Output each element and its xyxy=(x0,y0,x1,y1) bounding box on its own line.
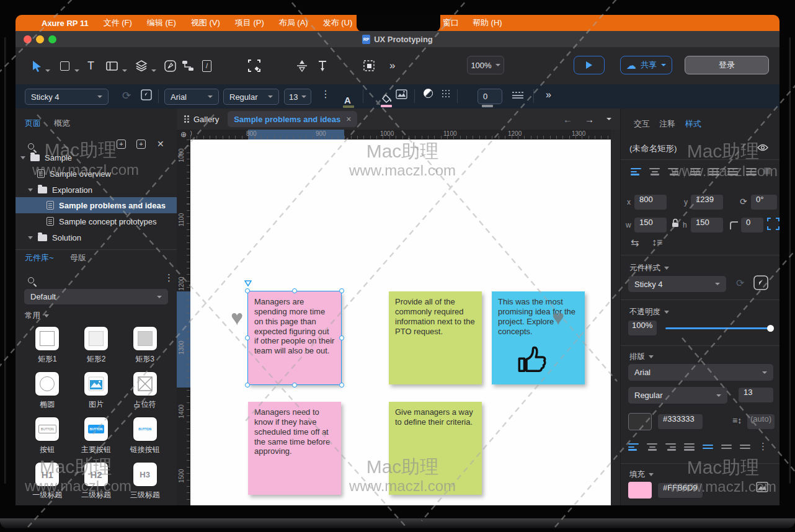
fill-color-icon[interactable] xyxy=(382,94,393,105)
menu-layout[interactable]: 布局 (A) xyxy=(279,17,308,29)
menu-edit[interactable]: 编辑 (E) xyxy=(147,17,176,29)
canvas-tab-active[interactable]: Sample problems and ideas × xyxy=(228,111,357,127)
visibility-eye-icon[interactable] xyxy=(757,143,768,154)
font-family-dropdown[interactable]: Arial xyxy=(164,89,219,105)
text-color-swatch[interactable] xyxy=(628,413,652,430)
menu-publish[interactable]: 发布 (U) xyxy=(323,17,353,29)
selection-name[interactable]: (未命名矩形) xyxy=(629,143,677,154)
tree-item-sample-overview[interactable]: Sample overview xyxy=(16,166,177,182)
pattern-icon[interactable] xyxy=(441,89,451,101)
component-link-button[interactable]: BUTTON链接按钮 xyxy=(120,417,169,457)
component-button[interactable]: BUTTON按钮 xyxy=(23,417,72,457)
format-painter-icon[interactable] xyxy=(141,89,152,102)
component-rectangle3[interactable]: 矩形3 xyxy=(120,327,169,366)
font-size-dropdown[interactable]: 13 xyxy=(284,89,311,105)
text-align-center-icon[interactable] xyxy=(647,443,657,451)
inspector-font-dropdown[interactable]: Arial xyxy=(628,364,773,381)
tab-widget-library[interactable]: 元件库~ xyxy=(25,252,54,264)
resize-handle-nw[interactable] xyxy=(245,288,250,293)
resize-handle-w[interactable] xyxy=(245,335,250,340)
inspector-weight-dropdown[interactable]: Regular xyxy=(628,387,727,404)
line-style-icon[interactable] xyxy=(512,90,524,100)
align-left-icon[interactable] xyxy=(631,168,641,175)
component-rectangle1[interactable]: 矩形1 xyxy=(23,327,72,366)
distribute-horizontal-icon[interactable] xyxy=(746,168,757,175)
tab-masters[interactable]: 母版 xyxy=(70,252,86,264)
tab-style[interactable]: 样式 xyxy=(685,118,701,130)
h-input[interactable]: 150 xyxy=(691,218,723,233)
expand-arrow-icon[interactable] xyxy=(20,156,25,159)
resize-handle-se[interactable] xyxy=(339,383,344,388)
snapshot-tool-icon[interactable]: / xyxy=(202,58,211,73)
tree-item-exploration[interactable]: Exploration xyxy=(16,182,177,198)
resize-handle-sw[interactable] xyxy=(245,383,250,388)
sticky-note-managers-spending[interactable]: Managers are spending more time on this … xyxy=(248,291,341,384)
resize-handle-e[interactable] xyxy=(339,335,344,340)
layers-tool-caret[interactable] xyxy=(151,63,156,78)
minimize-window-button[interactable] xyxy=(36,35,44,43)
component-h1[interactable]: H1一级标题 xyxy=(23,463,72,502)
marquee-select-icon[interactable] xyxy=(248,58,260,73)
padding-horizontal-icon[interactable]: ⇆ xyxy=(631,237,639,249)
text-tool-icon[interactable]: T xyxy=(87,58,94,73)
library-select-dropdown[interactable]: Default xyxy=(24,289,168,304)
menu-project[interactable]: 项目 (P) xyxy=(235,17,264,29)
component-image[interactable]: 图片 xyxy=(72,372,121,412)
menu-file[interactable]: 文件 (F) xyxy=(104,17,132,29)
align-center-icon[interactable] xyxy=(649,168,660,175)
text-align-left-icon[interactable] xyxy=(628,443,639,451)
share-button[interactable]: ☁↑ 共享 xyxy=(620,56,672,74)
font-weight-dropdown[interactable]: Regular xyxy=(223,89,279,105)
sticky-note-promising-idea[interactable]: This was the most promising idea for the… xyxy=(492,291,585,384)
grid-settings-icon[interactable]: ▦ xyxy=(763,166,771,175)
widget-style-section-header[interactable]: 元件样式 xyxy=(629,263,669,273)
sticky-note-managers-need[interactable]: Managers need to know if they have sched… xyxy=(248,402,341,495)
rectangle-tool-icon[interactable] xyxy=(60,58,69,73)
close-window-button[interactable] xyxy=(24,35,32,43)
flip-vertical-icon[interactable] xyxy=(296,58,308,73)
tree-item-sample-problems-selected[interactable]: Sample problems and ideas xyxy=(16,197,177,213)
expand-arrow-icon[interactable] xyxy=(28,188,33,192)
tab-notes[interactable]: 注释 xyxy=(659,118,675,130)
sticky-note-give-managers[interactable]: Give managers a way to define their crit… xyxy=(389,402,482,495)
stylebar-more-icon[interactable]: » xyxy=(546,89,551,100)
image-fill-icon[interactable] xyxy=(396,89,407,101)
component-rectangle2[interactable]: 矩形2 xyxy=(72,327,121,366)
line-spacing-icon[interactable]: ↕≡ xyxy=(652,237,662,248)
text-align-right-icon[interactable] xyxy=(665,443,676,451)
resize-handle-s[interactable] xyxy=(292,383,297,388)
update-widget-style-icon[interactable]: ⟳ xyxy=(736,277,744,289)
x-input[interactable]: 800 xyxy=(634,195,667,210)
library-search-icon[interactable] xyxy=(28,275,34,286)
inspector-size-input[interactable]: 13 xyxy=(739,388,773,402)
tab-pages[interactable]: 页面 xyxy=(25,118,41,129)
component-primary-button[interactable]: BUTTON主要按钮 xyxy=(72,417,121,457)
align-top-icon[interactable] xyxy=(690,168,701,175)
typography-section-header[interactable]: 排版 xyxy=(629,352,654,362)
gallery-handle[interactable]: Gallery xyxy=(184,115,219,124)
component-h2[interactable]: H2二级标题 xyxy=(72,463,121,502)
history-back-icon[interactable]: ← xyxy=(563,114,572,125)
add-folder-icon[interactable]: + xyxy=(136,140,146,149)
tab-interactions[interactable]: 交互 xyxy=(634,118,650,130)
menu-help[interactable]: 帮助 (H) xyxy=(473,17,502,29)
border-width-input[interactable]: 0 xyxy=(477,89,502,104)
zoom-control[interactable]: 100% xyxy=(467,56,504,74)
flip-horizontal-icon[interactable] xyxy=(316,58,329,73)
select-tool-icon[interactable] xyxy=(32,58,42,73)
sticky-note-provide-info[interactable]: Provide all of the commonly required inf… xyxy=(389,291,482,384)
resize-handle-ne[interactable] xyxy=(339,288,344,293)
text-align-justify-icon[interactable] xyxy=(684,443,695,451)
layers-tool-icon[interactable] xyxy=(136,58,147,73)
corner-select-icon[interactable] xyxy=(767,218,779,233)
align-middle-icon[interactable] xyxy=(709,168,719,175)
tab-list-caret[interactable] xyxy=(606,118,611,120)
ruler-origin-icon[interactable]: ⊕ xyxy=(177,130,190,140)
menu-window[interactable]: 窗口 xyxy=(443,17,459,29)
common-group-header[interactable]: 常用 xyxy=(25,311,49,321)
tree-item-sample-concepts[interactable]: Sample concept prototypes xyxy=(16,213,177,229)
align-right-icon[interactable] xyxy=(668,168,678,175)
resize-handle-n[interactable] xyxy=(292,288,297,293)
text-style-more-icon[interactable]: ⋮ xyxy=(321,88,331,100)
vertical-align-top-icon[interactable] xyxy=(703,445,713,449)
